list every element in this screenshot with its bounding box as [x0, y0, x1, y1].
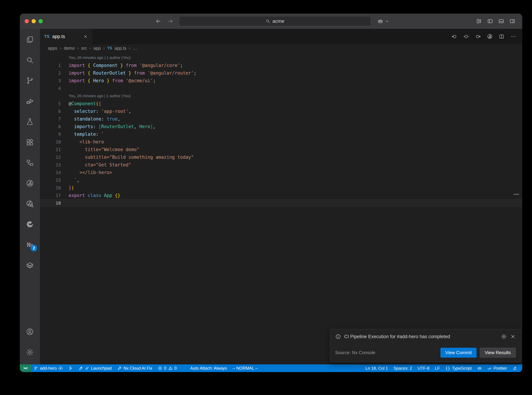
code-line-8[interactable]: 8 imports: [RouterOutlet, Hero],: [40, 123, 522, 130]
code-text: template: `: [69, 132, 104, 137]
code-line-13[interactable]: 13 cta="Get Started": [40, 161, 522, 169]
layout-panel-icon[interactable]: [498, 18, 504, 24]
close-tab-icon[interactable]: [83, 34, 88, 39]
tab-app-ts[interactable]: TS app.ts: [40, 29, 92, 44]
breadcrumb-item[interactable]: app: [93, 46, 101, 51]
code-line-14[interactable]: 14 ></lib-hero>: [40, 169, 522, 176]
code-line-15[interactable]: 15 `,: [40, 176, 522, 184]
code-line-10[interactable]: 10 <lib-hero: [40, 138, 522, 146]
status-vim-mode[interactable]: -- NORMAL --: [230, 364, 261, 372]
activity-item-console-swirl[interactable]: [21, 216, 38, 233]
breadcrumb-file[interactable]: app.ts: [114, 46, 126, 51]
line-number: 9: [40, 132, 61, 137]
nav-circle-icon[interactable]: [463, 33, 469, 39]
nav-back-circle-icon[interactable]: [451, 33, 457, 39]
code-line-3[interactable]: 3import { Hero } from '@acme/ui';: [40, 77, 522, 84]
status-git-graph[interactable]: [66, 364, 76, 372]
layout-sidebar-right-icon[interactable]: [509, 18, 515, 24]
activity-item-search[interactable]: [21, 52, 38, 68]
activity-item-accounts[interactable]: [21, 323, 38, 340]
nx-badge: 2: [31, 245, 37, 251]
breadcrumb-item[interactable]: src: [81, 46, 87, 51]
code-line-11[interactable]: 11 title="Welcmoe demo": [40, 146, 522, 153]
status-copilot-status[interactable]: [474, 364, 484, 372]
code-line-5[interactable]: 5@Component({: [40, 100, 522, 107]
activity-item-commit-graph[interactable]: [21, 175, 38, 192]
status-eol[interactable]: LF: [432, 364, 443, 372]
info-icon: [335, 334, 341, 340]
back-icon[interactable]: [155, 18, 161, 24]
status-label: TypeScript: [452, 366, 472, 371]
line-number: 18: [40, 201, 61, 206]
activity-item-graph-search[interactable]: [21, 195, 38, 212]
code-line-7[interactable]: 7 standalone: true,: [40, 115, 522, 123]
status-problems[interactable]: 00: [155, 364, 179, 372]
gitlens-blame-annotation[interactable]: You, 26 minutes ago | 1 author (You): [40, 54, 522, 61]
warning-triangle-icon: [168, 366, 173, 370]
line-number: 5: [40, 101, 61, 106]
breadcrumb-item[interactable]: apps: [48, 46, 57, 51]
gitlens-blame-annotation[interactable]: You, 26 minutes ago | 1 author (You): [40, 92, 522, 100]
status-launchpad[interactable]: Launchpad: [76, 364, 114, 372]
container-icon: [26, 261, 34, 269]
close-window-button[interactable]: [25, 19, 29, 23]
copilot-menu[interactable]: [377, 18, 390, 24]
activity-item-container[interactable]: [21, 257, 38, 274]
status-language-mode[interactable]: {}TypeScript: [443, 364, 474, 372]
activity-item-references[interactable]: [21, 154, 38, 171]
tab-bar: TS app.ts: [40, 29, 522, 44]
status-encoding[interactable]: UTF-8: [415, 364, 432, 372]
notification-close-icon[interactable]: [510, 334, 516, 340]
status-label: add-hero: [40, 366, 57, 371]
status-notifications-bell[interactable]: [510, 364, 520, 372]
breadcrumb-item[interactable]: demo: [64, 46, 75, 51]
code-line-17[interactable]: 17export class App {}: [40, 192, 522, 199]
testing-icon: [26, 118, 34, 126]
status-branch-add-hero[interactable]: add-hero: [31, 364, 66, 372]
code-line-9[interactable]: 9 template: `: [40, 130, 522, 138]
view-results-button[interactable]: View Results: [480, 348, 516, 358]
status-prettier[interactable]: Prettier: [484, 364, 510, 372]
activity-item-extensions[interactable]: [21, 134, 38, 151]
code-line-2[interactable]: 2import { RouterOutlet } from '@angular/…: [40, 69, 522, 77]
remote-indicator[interactable]: ><: [20, 364, 31, 372]
line-number: 17: [40, 193, 61, 198]
activity-item-testing[interactable]: [21, 113, 38, 130]
ellipsis-icon[interactable]: [511, 33, 516, 39]
commit-graph-icon[interactable]: [487, 33, 493, 39]
activity-item-nx-console[interactable]: N>2: [21, 236, 38, 253]
code-line-6[interactable]: 6 selector: 'app-root',: [40, 107, 522, 115]
activity-item-source-control[interactable]: [21, 72, 38, 89]
activity-item-run-debug[interactable]: [21, 93, 38, 110]
code-text: selector: 'app-root',: [69, 109, 131, 114]
breadcrumb-separator-icon: ›: [90, 45, 91, 51]
wrench-icon: [117, 366, 122, 370]
activity-item-explorer[interactable]: [21, 31, 38, 48]
code-line-16[interactable]: 16}): [40, 184, 522, 192]
code-editor[interactable]: You, 26 minutes ago | 1 author (You)1imp…: [40, 52, 522, 364]
code-text: subtitle="Build something amazing today": [69, 154, 194, 160]
line-number: 3: [40, 78, 61, 83]
code-line-12[interactable]: 12 subtitle="Build something amazing tod…: [40, 153, 522, 161]
code-line-18[interactable]: 18: [40, 199, 522, 207]
command-center-search[interactable]: acme: [179, 16, 371, 26]
notification-settings-icon[interactable]: [501, 334, 507, 340]
plug-icon: [85, 366, 89, 370]
status-indentation[interactable]: Spaces: 2: [391, 364, 415, 372]
forward-icon[interactable]: [167, 18, 173, 24]
breadcrumb-symbol-tail[interactable]: …: [133, 46, 137, 51]
split-editor-icon[interactable]: [499, 33, 505, 39]
status-nx-cloud-ai-fix[interactable]: Nx Cloud AI Fix: [114, 364, 155, 372]
code-text: `,: [69, 177, 80, 183]
zoom-window-button[interactable]: [38, 19, 43, 23]
status-auto-attach[interactable]: Auto Attach: Always: [188, 364, 230, 372]
minimize-window-button[interactable]: [32, 19, 36, 23]
activity-item-settings[interactable]: [21, 344, 38, 361]
nav-forward-circle-icon[interactable]: [475, 33, 481, 39]
code-line-1[interactable]: 1import { Component } from '@angular/cor…: [40, 61, 522, 69]
layout-sidebar-left-icon[interactable]: [487, 18, 493, 24]
customize-layout-icon[interactable]: [476, 18, 482, 24]
status-cursor-position[interactable]: Ln 18, Col 1: [363, 364, 391, 372]
code-line-4[interactable]: 4: [40, 84, 522, 92]
view-commit-button[interactable]: View Commit: [441, 348, 477, 358]
